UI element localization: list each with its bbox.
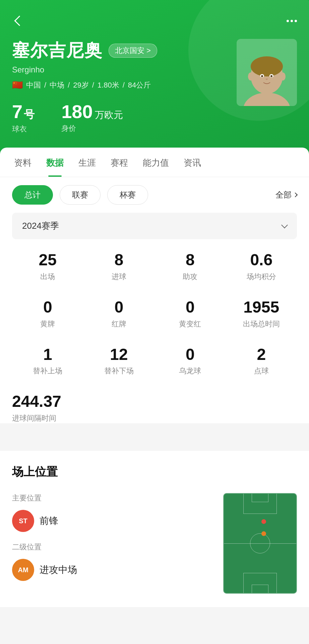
position: 中场 <box>50 80 64 90</box>
stat-y2r: 0 黄变红 <box>154 299 226 329</box>
stat-yellow-cards: 0 黄牌 <box>12 299 83 329</box>
stat-red-cards: 0 红牌 <box>83 299 155 329</box>
tab-career[interactable]: 生涯 <box>71 148 103 177</box>
stats-row-1: 25 出场 8 进球 8 助攻 0.6 场均积分 <box>12 251 297 282</box>
tab-ability[interactable]: 能力值 <box>135 148 176 177</box>
svg-point-6 <box>261 75 263 77</box>
height: 1.80米 <box>98 80 119 90</box>
team-name: 北京国安 <box>115 46 144 56</box>
filter-total[interactable]: 总计 <box>12 185 53 205</box>
nationality: 中国 <box>26 80 41 90</box>
secondary-position-name: 进攻中场 <box>40 564 77 576</box>
dot1 <box>287 20 289 22</box>
market-value-stat: 180 万欧元 身价 <box>61 102 123 134</box>
hero-stats: 7 号 球衣 180 万欧元 身价 <box>12 102 237 134</box>
stats-row-3: 1 替补上场 12 替补下场 0 乌龙球 2 点球 <box>12 346 297 376</box>
filter-all[interactable]: 全部 <box>275 190 297 200</box>
svg-point-4 <box>260 74 264 77</box>
stat-own-goals: 0 乌龙球 <box>154 346 226 376</box>
player-portrait-svg <box>237 39 297 106</box>
stat-appearances: 25 出场 <box>12 251 83 282</box>
jersey-sublabel: 球衣 <box>12 124 35 134</box>
hero-content: 塞尔吉尼奥 北京国安 > Serginho 🇨🇳 中国 / 中场 / 29岁 /… <box>12 39 297 134</box>
age: 29岁 <box>73 80 88 90</box>
stats-grid: 25 出场 8 进球 8 助攻 0.6 场均积分 0 黄牌 0 <box>0 251 309 376</box>
player-name: 塞尔吉尼奥 <box>12 39 103 62</box>
market-value-unit: 万欧元 <box>95 109 123 121</box>
pitch-top-goal-box <box>252 494 268 502</box>
back-icon <box>14 15 24 26</box>
dot3 <box>295 20 297 22</box>
player-name-row: 塞尔吉尼奥 北京国安 > <box>12 39 237 62</box>
tab-info[interactable]: 资料 <box>7 148 39 177</box>
secondary-position-row: AM 进攻中场 <box>12 559 223 581</box>
position-content: 主要位置 ST 前锋 二级位置 AM 进攻中场 <box>12 493 297 594</box>
svg-point-7 <box>270 75 272 77</box>
stat-assists: 8 助攻 <box>154 251 226 282</box>
more-button[interactable] <box>287 20 297 22</box>
weight: 84公斤 <box>128 80 151 90</box>
dot2 <box>291 20 293 22</box>
tabs-bar: 资料 数据 生涯 赛程 能力值 资讯 <box>0 148 309 177</box>
pitch-visualization <box>223 493 297 594</box>
stat-minutes: 1955 出场总时间 <box>226 299 297 329</box>
tab-schedule[interactable]: 赛程 <box>103 148 135 177</box>
primary-position-row: ST 前锋 <box>12 510 223 532</box>
position-dot-secondary <box>261 531 266 536</box>
player-info: 🇨🇳 中国 / 中场 / 29岁 / 1.80米 / 84公斤 <box>12 80 237 90</box>
back-button[interactable] <box>12 13 27 28</box>
svg-rect-0 <box>237 39 297 106</box>
svg-point-9 <box>280 72 286 80</box>
team-badge[interactable]: 北京国安 > <box>109 44 157 58</box>
single-stat-goal-interval: 244.37 进球间隔时间 <box>0 393 309 423</box>
jersey-stat: 7 号 球衣 <box>12 102 35 134</box>
player-photo <box>237 39 297 106</box>
flag-icon: 🇨🇳 <box>12 80 23 90</box>
position-section-title: 场上位置 <box>12 464 297 480</box>
primary-position-name: 前锋 <box>40 515 58 527</box>
stat-sub-in: 1 替补上场 <box>12 346 83 376</box>
svg-point-8 <box>248 72 253 80</box>
pitch-center-circle <box>250 533 270 553</box>
svg-point-1 <box>243 93 290 106</box>
tabs-container: 资料 数据 生涯 赛程 能力值 资讯 总计 联赛 杯赛 全部 <box>0 148 309 423</box>
filter-row: 总计 联赛 杯赛 全部 <box>0 177 309 213</box>
filter-all-arrow <box>293 193 298 197</box>
top-bar <box>12 13 297 28</box>
secondary-position-block: 二级位置 AM 进攻中场 <box>12 542 223 581</box>
stat-goals: 8 进球 <box>83 251 155 282</box>
filter-league[interactable]: 联赛 <box>60 185 101 205</box>
stat-penalties: 2 点球 <box>226 346 297 376</box>
svg-point-5 <box>269 74 273 77</box>
filter-cup[interactable]: 杯赛 <box>107 185 148 205</box>
primary-position-label: 主要位置 <box>12 493 223 503</box>
hero-section: 塞尔吉尼奥 北京国安 > Serginho 🇨🇳 中国 / 中场 / 29岁 /… <box>0 0 309 154</box>
jersey-number: 7 <box>12 102 22 121</box>
primary-position-block: 主要位置 ST 前锋 <box>12 493 223 532</box>
market-value-row: 180 万欧元 <box>61 102 123 121</box>
hero-left: 塞尔吉尼奥 北京国安 > Serginho 🇨🇳 中国 / 中场 / 29岁 /… <box>12 39 237 134</box>
svg-point-3 <box>251 56 283 76</box>
divider <box>0 440 309 445</box>
market-value-label: 身价 <box>61 123 123 133</box>
st-badge: ST <box>12 510 34 532</box>
jersey-value-row: 7 号 <box>12 102 35 122</box>
season-label: 2024赛季 <box>22 220 59 232</box>
am-badge: AM <box>12 559 34 581</box>
tab-data[interactable]: 数据 <box>39 148 71 177</box>
tab-news[interactable]: 资讯 <box>176 148 208 177</box>
pitch-bottom-goal-box <box>252 585 268 593</box>
stat-sub-out: 12 替补下场 <box>83 346 155 376</box>
svg-point-2 <box>251 58 283 94</box>
positions-list: 主要位置 ST 前锋 二级位置 AM 进攻中场 <box>12 493 223 594</box>
team-arrow: > <box>146 46 151 55</box>
season-dropdown-icon <box>281 222 288 228</box>
market-value: 180 <box>61 102 92 121</box>
season-selector[interactable]: 2024赛季 <box>12 213 297 239</box>
stat-avg-score: 0.6 场均积分 <box>226 251 297 282</box>
jersey-label: 号 <box>24 107 35 122</box>
position-section: 场上位置 主要位置 ST 前锋 二级位置 AM 进攻中场 <box>0 451 309 607</box>
stats-row-2: 0 黄牌 0 红牌 0 黄变红 1955 出场总时间 <box>12 299 297 329</box>
player-en-name: Serginho <box>12 65 237 74</box>
secondary-position-label: 二级位置 <box>12 542 223 552</box>
